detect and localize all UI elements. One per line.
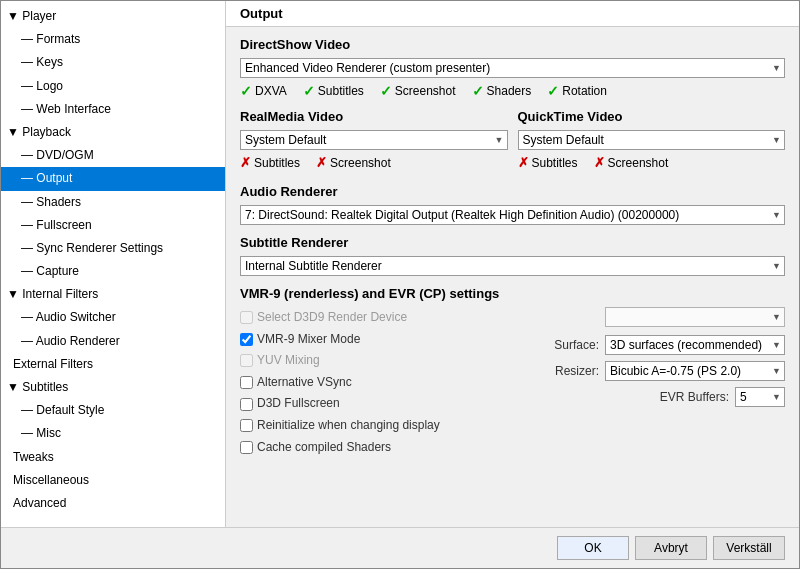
vsync-checkbox[interactable] — [240, 376, 253, 389]
sidebar-item-shaders[interactable]: — Shaders — [1, 191, 225, 214]
sidebar-item-default-style[interactable]: — Default Style — [1, 399, 225, 422]
shaders-check-ds: ✓ Shaders — [472, 83, 532, 99]
subtitle-renderer-dropdown[interactable]: Internal Subtitle Renderer — [240, 256, 785, 276]
ok-button[interactable]: OK — [557, 536, 629, 560]
directshow-title: DirectShow Video — [240, 37, 785, 52]
evr-label: EVR Buffers: — [660, 390, 729, 404]
directshow-section: DirectShow Video Enhanced Video Renderer… — [240, 37, 785, 99]
quicktime-dropdown[interactable]: System Default — [518, 130, 786, 150]
sidebar-item-audio-switcher[interactable]: — Audio Switcher — [1, 306, 225, 329]
quicktime-checks: ✗ Subtitles ✗ Screenshot — [518, 155, 786, 170]
sidebar-item-formats[interactable]: — Formats — [1, 28, 225, 51]
d3dfull-checkbox-label[interactable]: D3D Fullscreen — [240, 393, 535, 415]
directshow-checks: ✓ DXVA ✓ Subtitles ✓ Screenshot ✓ — [240, 83, 785, 99]
surface-select-wrapper: 3D surfaces (recommended) — [605, 335, 785, 355]
realmedia-checks: ✗ Subtitles ✗ Screenshot — [240, 155, 508, 170]
subtitles-check-qt: ✗ Subtitles — [518, 155, 578, 170]
vmr9mixer-label: VMR-9 Mixer Mode — [257, 329, 360, 351]
quicktime-title: QuickTime Video — [518, 109, 786, 124]
d3d9-right-select-row — [545, 307, 785, 327]
reinit-checkbox-label[interactable]: Reinitialize when changing display — [240, 415, 535, 437]
subtitles-rm-icon: ✗ — [240, 155, 251, 170]
evr-dropdown[interactable]: 5 — [735, 387, 785, 407]
sidebar-item-playback[interactable]: ▼ Playback — [1, 121, 225, 144]
sidebar-item-sync-renderer-settings[interactable]: — Sync Renderer Settings — [1, 237, 225, 260]
screenshot-check-qt: ✗ Screenshot — [594, 155, 669, 170]
panel-title-text: Output — [240, 6, 283, 21]
d3d9-right-dropdown[interactable] — [605, 307, 785, 327]
resizer-row: Resizer: Bicubic A=-0.75 (PS 2.0) — [545, 361, 785, 381]
directshow-select-wrapper: Enhanced Video Renderer (custom presente… — [240, 58, 785, 78]
sidebar-item-miscellaneous[interactable]: Miscellaneous — [1, 469, 225, 492]
sidebar-item-logo[interactable]: — Logo — [1, 75, 225, 98]
cancel-button[interactable]: Avbryt — [635, 536, 707, 560]
cache-label: Cache compiled Shaders — [257, 437, 391, 459]
subtitles-ds-icon: ✓ — [303, 83, 315, 99]
vmr-content: Select D3D9 Render Device VMR-9 Mixer Mo… — [240, 307, 785, 458]
dialog: ▼ Player— Formats— Keys— Logo— Web Inter… — [0, 0, 800, 569]
realmedia-dropdown[interactable]: System Default — [240, 130, 508, 150]
vsync-checkbox-label[interactable]: Alternative VSync — [240, 372, 535, 394]
sidebar-item-internal-filters[interactable]: ▼ Internal Filters — [1, 283, 225, 306]
media-row: RealMedia Video System Default ✗ — [240, 109, 785, 174]
realmedia-select-wrapper: System Default — [240, 130, 508, 150]
sidebar-item-misc[interactable]: — Misc — [1, 422, 225, 445]
sidebar-item-audio-renderer[interactable]: — Audio Renderer — [1, 330, 225, 353]
dxva-icon: ✓ — [240, 83, 252, 99]
dialog-content: ▼ Player— Formats— Keys— Logo— Web Inter… — [1, 1, 799, 527]
vmr9mixer-checkbox[interactable] — [240, 333, 253, 346]
vmr-title: VMR-9 (renderless) and EVR (CP) settings — [240, 286, 785, 301]
yuv-checkbox[interactable] — [240, 354, 253, 367]
dxva-check: ✓ DXVA — [240, 83, 287, 99]
audio-renderer-select-row: 7: DirectSound: Realtek Digital Output (… — [240, 205, 785, 225]
sidebar-item-output[interactable]: — Output — [1, 167, 225, 190]
reinit-checkbox[interactable] — [240, 419, 253, 432]
sidebar-item-fullscreen[interactable]: — Fullscreen — [1, 214, 225, 237]
sidebar-item-keys[interactable]: — Keys — [1, 51, 225, 74]
directshow-select-row: Enhanced Video Renderer (custom presente… — [240, 58, 785, 78]
sidebar-item-player[interactable]: ▼ Player — [1, 5, 225, 28]
resizer-select-wrapper: Bicubic A=-0.75 (PS 2.0) — [605, 361, 785, 381]
vmr9mixer-checkbox-label[interactable]: VMR-9 Mixer Mode — [240, 329, 535, 351]
evr-select-wrapper: 5 — [735, 387, 785, 407]
resizer-label: Resizer: — [555, 364, 599, 378]
yuv-checkbox-label[interactable]: YUV Mixing — [240, 350, 535, 372]
shaders-ds-label: Shaders — [487, 84, 532, 98]
vmr-section: VMR-9 (renderless) and EVR (CP) settings… — [240, 286, 785, 458]
d3dfull-checkbox[interactable] — [240, 398, 253, 411]
cache-checkbox[interactable] — [240, 441, 253, 454]
audio-renderer-dropdown[interactable]: 7: DirectSound: Realtek Digital Output (… — [240, 205, 785, 225]
surface-dropdown[interactable]: 3D surfaces (recommended) — [605, 335, 785, 355]
surface-row: Surface: 3D surfaces (recommended) — [545, 335, 785, 355]
realmedia-section: RealMedia Video System Default ✗ — [240, 109, 508, 174]
audio-renderer-section: Audio Renderer 7: DirectSound: Realtek D… — [240, 184, 785, 225]
sidebar-item-dvd/ogm[interactable]: — DVD/OGM — [1, 144, 225, 167]
resizer-dropdown[interactable]: Bicubic A=-0.75 (PS 2.0) — [605, 361, 785, 381]
rotation-check-ds: ✓ Rotation — [547, 83, 607, 99]
apply-button[interactable]: Verkställ — [713, 536, 785, 560]
d3d9-checkbox[interactable] — [240, 311, 253, 324]
sidebar-item-subtitles[interactable]: ▼ Subtitles — [1, 376, 225, 399]
quicktime-select-row: System Default — [518, 130, 786, 150]
sidebar-item-capture[interactable]: — Capture — [1, 260, 225, 283]
dialog-footer: OK Avbryt Verkställ — [1, 527, 799, 568]
d3d9-checkbox-label[interactable]: Select D3D9 Render Device — [240, 307, 535, 329]
subtitles-ds-label: Subtitles — [318, 84, 364, 98]
sidebar-item-tweaks[interactable]: Tweaks — [1, 446, 225, 469]
sidebar-item-advanced[interactable]: Advanced — [1, 492, 225, 515]
dxva-label: DXVA — [255, 84, 287, 98]
subtitles-qt-icon: ✗ — [518, 155, 529, 170]
rotation-ds-label: Rotation — [562, 84, 607, 98]
sidebar: ▼ Player— Formats— Keys— Logo— Web Inter… — [1, 1, 226, 527]
sidebar-item-external-filters[interactable]: External Filters — [1, 353, 225, 376]
vmr-right: Surface: 3D surfaces (recommended) Resiz… — [545, 307, 785, 458]
subtitles-check-rm: ✗ Subtitles — [240, 155, 300, 170]
sidebar-item-web-interface[interactable]: — Web Interface — [1, 98, 225, 121]
subtitle-renderer-select-wrapper: Internal Subtitle Renderer — [240, 256, 785, 276]
subtitle-renderer-title: Subtitle Renderer — [240, 235, 785, 250]
shaders-ds-icon: ✓ — [472, 83, 484, 99]
cache-checkbox-label[interactable]: Cache compiled Shaders — [240, 437, 535, 459]
subtitle-renderer-select-row: Internal Subtitle Renderer — [240, 256, 785, 276]
realmedia-select-row: System Default — [240, 130, 508, 150]
directshow-dropdown[interactable]: Enhanced Video Renderer (custom presente… — [240, 58, 785, 78]
